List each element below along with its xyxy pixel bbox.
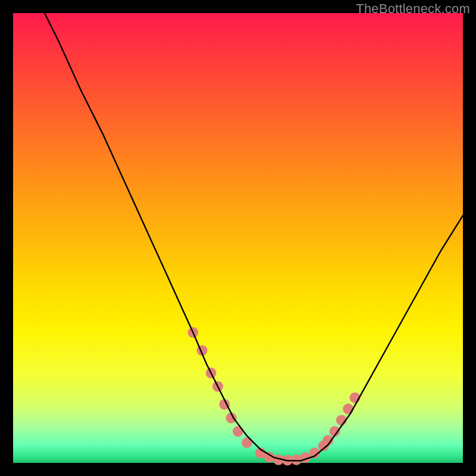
marker-dot: [343, 403, 353, 414]
chart-svg: [13, 13, 463, 463]
bottleneck-curve: [45, 13, 463, 461]
plot-area: [13, 13, 463, 463]
chart-container: TheBottleneck.com: [0, 0, 476, 476]
marker-group: [187, 327, 360, 466]
marker-dot: [233, 426, 243, 437]
marker-dot: [291, 455, 302, 465]
watermark-text: TheBottleneck.com: [356, 1, 470, 17]
